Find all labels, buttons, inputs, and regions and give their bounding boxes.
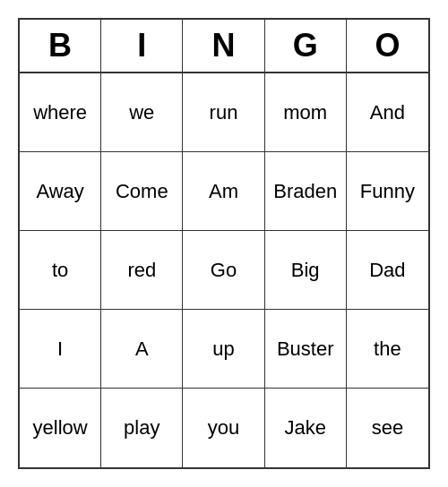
bingo-cell-r4-c0[interactable]: yellow	[20, 389, 101, 467]
bingo-cell-r0-c0[interactable]: where	[20, 73, 101, 152]
header-letter-g: G	[265, 20, 347, 72]
header-letter-n: N	[183, 20, 264, 72]
bingo-grid: wherewerunmomAndAwayComeAmBradenFunnytor…	[20, 73, 428, 467]
bingo-cell-r0-c2[interactable]: run	[183, 73, 264, 152]
header-letter-i: I	[101, 20, 183, 72]
bingo-cell-r3-c1[interactable]: A	[101, 310, 183, 389]
bingo-cell-r2-c3[interactable]: Big	[265, 231, 347, 310]
bingo-cell-r3-c0[interactable]: I	[20, 310, 101, 389]
bingo-cell-r0-c1[interactable]: we	[101, 73, 183, 152]
bingo-cell-r1-c4[interactable]: Funny	[347, 152, 428, 231]
header-letter-b: B	[20, 20, 101, 72]
bingo-cell-r2-c2[interactable]: Go	[183, 231, 264, 310]
bingo-cell-r3-c3[interactable]: Buster	[265, 310, 347, 389]
bingo-cell-r4-c2[interactable]: you	[183, 389, 264, 467]
bingo-cell-r2-c0[interactable]: to	[20, 231, 101, 310]
bingo-cell-r1-c3[interactable]: Braden	[265, 152, 347, 231]
bingo-cell-r1-c0[interactable]: Away	[20, 152, 101, 231]
bingo-cell-r0-c4[interactable]: And	[347, 73, 428, 152]
bingo-cell-r4-c1[interactable]: play	[101, 389, 183, 467]
bingo-cell-r0-c3[interactable]: mom	[265, 73, 347, 152]
bingo-cell-r1-c1[interactable]: Come	[101, 152, 183, 231]
header-letter-o: O	[347, 20, 428, 72]
bingo-cell-r4-c3[interactable]: Jake	[265, 389, 347, 467]
bingo-cell-r3-c2[interactable]: up	[183, 310, 264, 389]
bingo-header: BINGO	[20, 20, 428, 73]
bingo-cell-r1-c2[interactable]: Am	[183, 152, 264, 231]
bingo-cell-r2-c1[interactable]: red	[101, 231, 183, 310]
bingo-cell-r2-c4[interactable]: Dad	[347, 231, 428, 310]
bingo-card: BINGO wherewerunmomAndAwayComeAmBradenFu…	[18, 18, 430, 469]
bingo-cell-r3-c4[interactable]: the	[347, 310, 428, 389]
bingo-cell-r4-c4[interactable]: see	[347, 389, 428, 467]
